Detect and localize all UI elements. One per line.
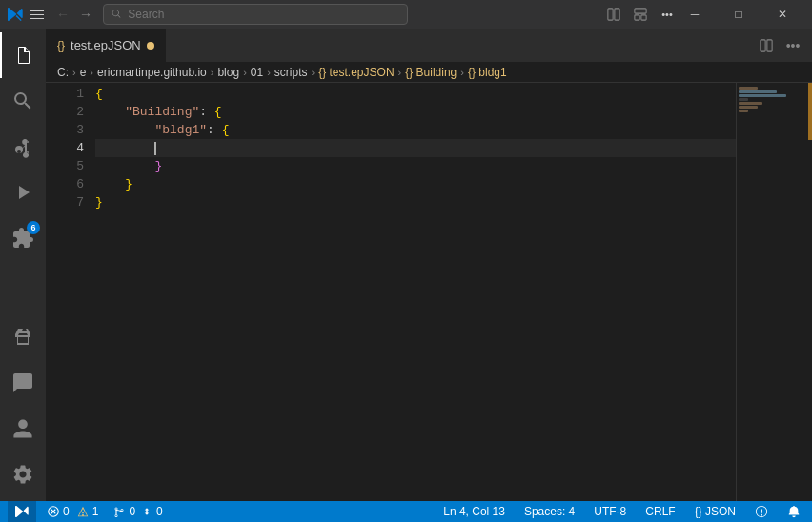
status-spaces[interactable]: Spaces: 4	[520, 501, 579, 522]
svg-rect-2	[635, 9, 646, 13]
tab-bar: {} test.epJSON •••	[46, 29, 812, 62]
ln-col: Ln 4, Col 13	[443, 505, 505, 518]
branch-count: 0	[156, 505, 163, 518]
breadcrumb-e: e	[80, 66, 87, 79]
activity-bottom	[0, 314, 46, 497]
sync-count: 0	[129, 505, 135, 518]
code-line-6: }	[95, 175, 736, 193]
activity-item-source-control[interactable]	[0, 124, 46, 170]
activity-bar: 6	[0, 29, 46, 501]
line-numbers: 1 2 3 4 5 6 7	[46, 83, 91, 501]
activity-item-extensions[interactable]: 6	[0, 215, 46, 261]
code-line-2: "Building": {	[95, 103, 736, 121]
activity-item-account[interactable]	[0, 406, 46, 452]
svg-rect-0	[608, 9, 613, 20]
eol-label: CRLF	[645, 505, 675, 518]
breadcrumb-blog: blog	[217, 66, 239, 79]
status-bell[interactable]	[783, 501, 804, 522]
warning-count: 1	[92, 505, 99, 518]
tab-icon: {}	[57, 39, 65, 52]
encoding-label: UTF-8	[594, 505, 626, 518]
minimize-button[interactable]: ─	[673, 0, 717, 29]
breadcrumb-file: {} test.epJSON	[318, 66, 394, 79]
status-remote[interactable]	[751, 501, 772, 522]
svg-rect-1	[615, 9, 619, 20]
status-eol[interactable]: CRLF	[641, 501, 679, 522]
activity-item-explorer[interactable]	[0, 32, 46, 78]
title-nav: ← →	[53, 5, 95, 24]
tab-modified-dot	[147, 42, 154, 50]
title-bar-left: ← →	[8, 4, 408, 25]
status-right: Ln 4, Col 13 Spaces: 4 UTF-8 CRLF {} JSO…	[439, 501, 804, 522]
code-editor[interactable]: { "Building": { "bldg1": {	[91, 83, 736, 501]
main-layout: 6	[0, 29, 812, 501]
activity-item-settings[interactable]	[0, 452, 46, 497]
language-label: {} JSON	[695, 505, 736, 518]
svg-rect-5	[761, 39, 765, 50]
breadcrumb-bldg1: {} bldg1	[468, 66, 507, 79]
status-errors[interactable]: 0 1	[44, 501, 102, 522]
svg-rect-4	[641, 15, 646, 20]
breadcrumb-c: C:	[57, 66, 69, 79]
more-tab-actions[interactable]: •••	[782, 34, 804, 57]
minimap-highlight	[808, 83, 812, 140]
breadcrumb-scripts: scripts	[274, 66, 308, 79]
code-line-4	[95, 139, 736, 157]
spaces-label: Spaces: 4	[524, 505, 575, 518]
title-bar: ← → ─ □ ✕ •••	[0, 0, 812, 29]
svg-rect-6	[767, 39, 772, 50]
status-position[interactable]: Ln 4, Col 13	[439, 501, 509, 522]
activity-item-test[interactable]	[0, 314, 46, 360]
title-bar-actions: •••	[602, 5, 679, 24]
nav-forward[interactable]: →	[76, 5, 95, 24]
status-left: 0 1 0 0	[8, 501, 167, 522]
breadcrumb-building: {} Building	[405, 66, 457, 79]
status-encoding[interactable]: UTF-8	[590, 501, 630, 522]
search-bar[interactable]	[103, 4, 408, 25]
close-button[interactable]: ✕	[761, 0, 804, 29]
tab-actions: •••	[755, 29, 812, 62]
code-line-3: "bldg1": {	[95, 121, 736, 139]
code-line-7: }	[95, 193, 736, 211]
minimap	[736, 83, 812, 501]
svg-rect-3	[635, 15, 639, 20]
status-vscode[interactable]	[8, 501, 36, 522]
extensions-badge: 6	[27, 221, 40, 234]
tab-test-epjson[interactable]: {} test.epJSON	[46, 29, 166, 62]
maximize-button[interactable]: □	[717, 0, 761, 29]
search-input[interactable]	[128, 8, 399, 21]
error-count: 0	[63, 505, 70, 518]
split-editor-btn[interactable]	[755, 34, 778, 57]
status-branch[interactable]: 0 0	[110, 501, 166, 522]
activity-item-chat[interactable]	[0, 360, 46, 406]
breadcrumb-github: ericmartinpe.github.io	[97, 66, 207, 79]
status-bar: 0 1 0 0 Ln 4, Col 13 Spaces: 4	[0, 501, 812, 522]
layout-icon[interactable]	[629, 5, 652, 24]
nav-back[interactable]: ←	[53, 5, 72, 24]
window-controls: ─ □ ✕	[673, 0, 804, 29]
code-line-1: {	[95, 85, 736, 103]
activity-item-search[interactable]	[0, 78, 46, 124]
minimap-content	[737, 83, 812, 117]
breadcrumb-01: 01	[251, 66, 263, 79]
editor-content[interactable]: 1 2 3 4 5 6 7 { "Building": {	[46, 83, 812, 501]
tab-label: test.epJSON	[71, 38, 141, 52]
hamburger-menu[interactable]	[30, 7, 46, 22]
code-line-5: }	[95, 157, 736, 175]
editor-area: {} test.epJSON ••• C: › e › ericmartinpe…	[46, 29, 812, 501]
vscode-logo	[8, 7, 23, 22]
breadcrumb: C: › e › ericmartinpe.github.io › blog ›…	[46, 62, 812, 83]
more-actions[interactable]: •••	[656, 5, 679, 24]
activity-item-run[interactable]	[0, 170, 46, 215]
split-editor[interactable]	[602, 5, 625, 24]
status-language[interactable]: {} JSON	[691, 501, 740, 522]
